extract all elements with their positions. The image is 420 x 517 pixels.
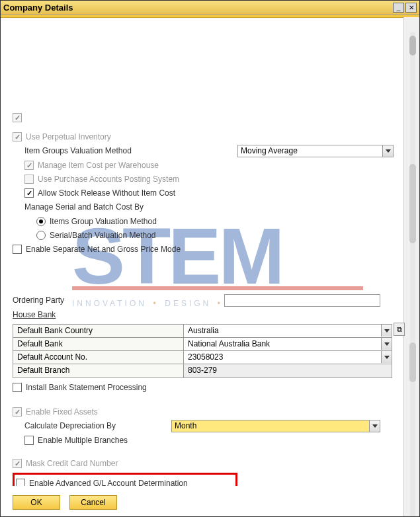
manage-cost-warehouse-label: Manage Item Cost per Warehouse — [38, 161, 159, 170]
bank-branch-row: Default Branch 803-279 — [13, 364, 392, 378]
net-gross-label: Enable Separate Net and Gross Price Mode — [26, 245, 181, 254]
bank-branch-value: 803-279 — [184, 364, 392, 378]
ordering-party-input[interactable] — [224, 294, 380, 307]
bank-account-label: Default Account No. — [13, 351, 184, 364]
scroll-thumb[interactable] — [409, 36, 416, 56]
fixed-assets-checkbox — [13, 407, 22, 417]
fixed-assets-label: Enable Fixed Assets — [26, 407, 98, 417]
bank-table: Default Bank Country Australia Default B… — [13, 324, 392, 378]
chevron-down-icon — [381, 325, 392, 337]
valuation-method-value: Moving Average — [241, 146, 298, 155]
calc-depreciation-dropdown[interactable]: Month — [171, 420, 380, 432]
chevron-down-icon — [382, 145, 393, 157]
bank-country-row: Default Bank Country Australia — [13, 325, 392, 338]
chevron-down-icon — [369, 420, 380, 432]
mask-cc-label: Mask Credit Card Number — [26, 459, 118, 468]
chevron-down-icon — [381, 338, 392, 350]
manage-cost-warehouse-checkbox — [24, 161, 34, 170]
bank-account-row: Default Account No. 23058023 — [13, 351, 392, 364]
advanced-gl-checkbox[interactable] — [16, 479, 25, 486]
install-bank-stmt-label: Install Bank Statement Processing — [26, 383, 147, 392]
bank-country-label: Default Bank Country — [13, 325, 184, 337]
bank-branch-label: Default Branch — [13, 364, 184, 378]
ordering-party-label: Ordering Party — [13, 296, 224, 305]
bank-account-dropdown[interactable]: 23058023 — [184, 351, 392, 364]
truncated-label — [26, 113, 28, 122]
ok-button[interactable]: OK — [13, 495, 60, 510]
multi-branches-checkbox[interactable] — [24, 436, 34, 445]
items-group-radio[interactable] — [36, 217, 46, 226]
allow-stock-checkbox[interactable] — [24, 188, 34, 198]
bank-name-row: Default Bank National Australia Bank — [13, 338, 392, 351]
perpetual-inventory-label: Use Perpetual Inventory — [26, 132, 111, 141]
title-bar: Company Details _ ✕ — [1, 1, 419, 15]
content-area: STEM ® INNOVATION • DESIGN • VALUE Use P… — [1, 18, 419, 486]
calc-depreciation-value: Month — [175, 421, 196, 430]
serial-batch-header: Manage Serial and Batch Cost By — [24, 202, 144, 212]
bank-name-label: Default Bank — [13, 338, 184, 350]
truncated-checkbox — [13, 113, 22, 122]
valuation-method-dropdown[interactable]: Moving Average — [237, 145, 394, 157]
dialog-buttons: OK Cancel — [1, 489, 403, 516]
close-button[interactable]: ✕ — [405, 3, 417, 13]
allow-stock-label: Allow Stock Release Without Item Cost — [38, 188, 175, 198]
mask-cc-checkbox — [13, 459, 22, 468]
window-title: Company Details — [3, 3, 392, 13]
net-gross-checkbox[interactable] — [13, 245, 22, 254]
calc-depreciation-label: Calculate Depreciation By — [24, 421, 171, 430]
serial-batch-radio-label: Serial/Batch Valuation Method — [50, 231, 156, 240]
purchase-posting-label: Use Purchase Accounts Posting System — [38, 175, 179, 184]
highlight-box: Enable Advanced G/L Account Determinatio… — [13, 473, 237, 486]
advanced-gl-label: Enable Advanced G/L Account Determinatio… — [29, 479, 188, 486]
serial-batch-radio[interactable] — [36, 231, 46, 240]
valuation-method-label: Item Groups Valuation Method — [24, 146, 181, 155]
multi-branches-label: Enable Multiple Branches — [38, 436, 128, 445]
chevron-down-icon — [381, 351, 392, 363]
cancel-button[interactable]: Cancel — [69, 495, 117, 510]
minimize-button[interactable]: _ — [393, 3, 404, 13]
link-icon[interactable]: ⧉ — [394, 323, 405, 336]
perpetual-inventory-checkbox — [13, 132, 22, 141]
items-group-radio-label: Items Group Valuation Method — [50, 217, 157, 226]
bank-country-dropdown[interactable]: Australia — [184, 325, 392, 337]
install-bank-stmt-checkbox[interactable] — [13, 383, 22, 392]
bank-name-dropdown[interactable]: National Australia Bank — [184, 338, 392, 350]
purchase-posting-checkbox — [24, 175, 34, 184]
house-bank-label: House Bank — [13, 310, 56, 319]
